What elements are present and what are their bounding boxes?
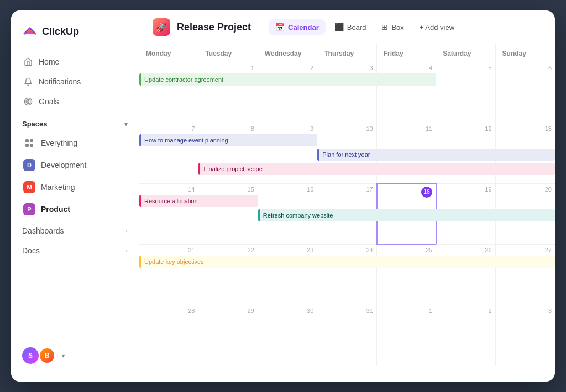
docs-label: Docs	[22, 246, 40, 255]
day-header-thursday: Thursday	[317, 44, 376, 62]
day-header-tuesday: Tuesday	[198, 44, 258, 62]
day-number: 6	[499, 65, 552, 71]
product-badge: P	[23, 203, 35, 215]
day-number: 11	[380, 125, 432, 132]
week-cells-row-3: 21222324252627	[139, 245, 555, 305]
tab-calendar-label: Calendar	[288, 23, 319, 31]
add-view-button[interactable]: + Add view	[413, 20, 461, 35]
avatar-chevron-icon[interactable]: ▾	[62, 353, 65, 359]
week-0-cell-1[interactable]: 1	[198, 62, 258, 123]
spaces-header: Spaces ▾	[11, 111, 139, 133]
day-number: 29	[202, 308, 254, 314]
day-header-sunday: Sunday	[496, 44, 555, 62]
event-bar[interactable]: Refresh company website	[258, 209, 555, 221]
day-number: 19	[439, 186, 491, 193]
week-0-cell-5[interactable]: 5	[436, 62, 495, 123]
event-bar[interactable]: Resource allocation	[139, 195, 258, 207]
box-icon: ⊞	[381, 23, 388, 31]
week-3-cell-3[interactable]: 24	[317, 245, 376, 305]
day-number: 12	[439, 125, 491, 132]
event-bar[interactable]: Update contractor agreement	[139, 73, 436, 86]
day-number: 25	[380, 247, 432, 253]
space-item-development[interactable]: D Development	[18, 155, 132, 176]
day-number: 1	[380, 308, 432, 314]
sidebar-nav: Home Notifications Goals	[11, 52, 139, 111]
event-bar[interactable]: Plan for next year	[317, 149, 555, 161]
day-header-wednesday: Wednesday	[258, 44, 317, 62]
bell-icon	[23, 77, 33, 87]
tab-box[interactable]: ⊞ Box	[375, 19, 410, 35]
day-number: 3	[499, 308, 552, 314]
day-number: 9	[261, 125, 313, 132]
week-3-cell-4[interactable]: 25	[377, 245, 436, 305]
docs-section[interactable]: Docs ›	[11, 240, 139, 259]
svg-point-1	[26, 99, 30, 104]
space-item-everything[interactable]: Everything	[18, 133, 132, 153]
tab-calendar[interactable]: 📅 Calendar	[269, 19, 326, 35]
week-cells-row-0: 123456	[139, 62, 555, 123]
dashboards-label: Dashboards	[22, 226, 64, 235]
week-4-cell-4[interactable]: 1	[377, 305, 436, 366]
space-item-marketing-label: Marketing	[41, 183, 75, 192]
space-item-marketing[interactable]: M Marketing	[18, 177, 132, 198]
week-3-cell-2[interactable]: 23	[258, 245, 317, 305]
week-4-cell-2[interactable]: 30	[258, 305, 317, 366]
tab-board[interactable]: ⬛ Board	[328, 19, 373, 35]
app-name: ClickUp	[42, 26, 79, 38]
week-4-cell-6[interactable]: 3	[496, 305, 555, 366]
calendar-icon: 📅	[275, 23, 285, 31]
svg-rect-4	[30, 139, 33, 142]
home-icon	[23, 57, 33, 67]
week-0-cell-6[interactable]: 6	[496, 62, 555, 123]
dashboards-section[interactable]: Dashboards ›	[11, 220, 139, 240]
calendar-week-3: 21222324252627Update key objectives	[139, 245, 555, 305]
day-number: 5	[439, 65, 491, 71]
day-number: 26	[439, 247, 491, 253]
day-number: 4	[380, 65, 432, 71]
day-number: 14	[143, 186, 195, 193]
sidebar-footer: S B ▾	[11, 338, 139, 373]
week-0-cell-3[interactable]: 3	[317, 62, 376, 123]
logo: ClickUp	[11, 24, 139, 52]
day-header-saturday: Saturday	[436, 44, 495, 62]
week-0-cell-0[interactable]	[139, 62, 198, 123]
sidebar-item-notifications-label: Notifications	[39, 77, 81, 86]
week-4-cell-3[interactable]: 31	[317, 305, 376, 366]
spaces-chevron-icon[interactable]: ▾	[124, 120, 128, 128]
app-window: ClickUp Home Notifications Goals	[11, 10, 555, 382]
event-bar[interactable]: How to manage event planning	[139, 134, 317, 146]
docs-chevron-icon: ›	[125, 247, 128, 255]
day-number: 2	[261, 65, 313, 71]
space-item-product[interactable]: P Product	[18, 199, 132, 220]
week-4-cell-5[interactable]: 2	[436, 305, 495, 366]
space-item-everything-label: Everything	[41, 139, 77, 147]
project-title: Release Project	[177, 22, 251, 33]
target-icon	[23, 97, 33, 107]
sidebar-item-notifications[interactable]: Notifications	[18, 72, 132, 91]
avatar-b: B	[39, 347, 55, 364]
week-3-cell-6[interactable]: 27	[496, 245, 555, 305]
event-bar[interactable]: Update key objectives	[139, 256, 555, 268]
week-1-cell-0[interactable]: 7	[139, 123, 198, 184]
main-content: 🚀 Release Project 📅 Calendar ⬛ Board ⊞ B…	[139, 10, 555, 382]
week-3-cell-5[interactable]: 26	[436, 245, 495, 305]
board-icon: ⬛	[334, 23, 344, 31]
avatar-s: S	[22, 347, 39, 364]
calendar-week-2: 14151617181920Resource allocationRefresh…	[139, 184, 555, 245]
sidebar-item-goals[interactable]: Goals	[18, 92, 132, 111]
week-2-cell-1[interactable]: 15	[198, 184, 258, 245]
week-4-cell-0[interactable]: 28	[139, 305, 198, 366]
week-4-cell-1[interactable]: 29	[198, 305, 258, 366]
event-bar[interactable]: Finalize project scope	[198, 163, 555, 175]
week-2-cell-0[interactable]: 14	[139, 184, 198, 245]
sidebar-item-home[interactable]: Home	[18, 52, 132, 71]
day-number: 3	[321, 65, 373, 71]
week-3-cell-1[interactable]: 22	[198, 245, 258, 305]
week-0-cell-2[interactable]: 2	[258, 62, 317, 123]
week-0-cell-4[interactable]: 4	[377, 62, 436, 123]
day-number: 27	[499, 247, 552, 253]
svg-point-0	[24, 98, 32, 105]
svg-rect-6	[30, 144, 33, 147]
day-number: 23	[261, 247, 313, 253]
week-3-cell-0[interactable]: 21	[139, 245, 198, 305]
